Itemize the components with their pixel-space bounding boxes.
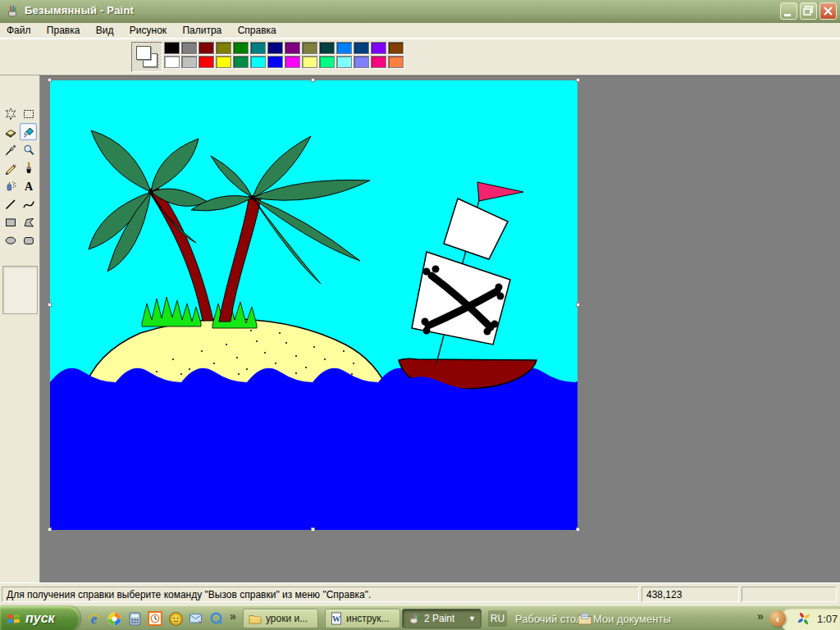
tool-rectangle[interactable]	[2, 213, 19, 231]
palette-color-cell[interactable]	[216, 42, 231, 54]
quick-launch-outlook-express[interactable]	[188, 610, 204, 627]
palette-color-cell[interactable]	[181, 56, 197, 68]
desktop-toolbar-label[interactable]: Рабочий стол	[515, 613, 582, 625]
palette-color-cell[interactable]	[354, 56, 369, 68]
tool-options-box[interactable]	[2, 266, 38, 314]
taskbar-button-folder[interactable]: уроки и...	[243, 609, 318, 628]
tool-fill[interactable]	[20, 123, 37, 140]
color-palette-grid	[164, 42, 404, 68]
taskbar-button-word[interactable]: W инструк...	[325, 609, 400, 628]
canvas-handle-top-center[interactable]	[311, 78, 315, 82]
canvas-handle-right-center[interactable]	[576, 303, 580, 307]
rectangle-icon	[4, 216, 17, 229]
svg-text:A: A	[24, 180, 33, 193]
tool-text[interactable]: A	[20, 177, 37, 194]
palette-color-cell[interactable]	[336, 42, 352, 54]
documents-toolbar-label[interactable]: Мои документы	[593, 613, 671, 625]
palette-color-cell[interactable]	[302, 56, 317, 68]
free-form-select-icon	[4, 107, 17, 121]
palette-color-cell[interactable]	[250, 56, 266, 68]
quick-launch-scheduler[interactable]	[147, 610, 163, 627]
canvas-handle-bottom-left[interactable]	[48, 527, 52, 532]
palette-color-cell[interactable]	[267, 42, 283, 54]
palette-color-cell[interactable]	[164, 42, 180, 54]
quick-launch-overflow-chevron[interactable]: »	[230, 609, 236, 623]
palette-color-cell[interactable]	[371, 56, 386, 68]
tool-pencil[interactable]	[2, 159, 19, 176]
palette-color-cell[interactable]	[302, 42, 317, 54]
ellipse-icon	[4, 234, 17, 247]
tray-color-swirl-icon[interactable]	[796, 610, 812, 627]
palette-color-cell[interactable]	[164, 56, 180, 68]
quick-launch-media-player[interactable]	[106, 610, 122, 627]
palette-color-cell[interactable]	[354, 42, 369, 54]
internet-explorer-icon: e	[86, 611, 102, 627]
palette-color-cell[interactable]	[388, 42, 404, 54]
tool-curve[interactable]	[20, 195, 37, 212]
tool-ellipse[interactable]	[2, 231, 19, 249]
tool-brush[interactable]	[20, 159, 37, 176]
menu-view[interactable]: Вид	[89, 23, 121, 38]
quick-launch-calculator[interactable]	[126, 610, 143, 627]
palette-color-cell[interactable]	[388, 56, 404, 68]
quick-launch-quicktime[interactable]	[208, 610, 225, 627]
tool-select[interactable]	[20, 105, 37, 122]
palette-color-cell[interactable]	[199, 56, 214, 68]
start-button[interactable]: пуск	[0, 606, 80, 630]
curve-icon	[22, 198, 35, 211]
palette-color-cell[interactable]	[319, 56, 335, 68]
fill-bucket-icon	[22, 126, 35, 139]
foreground-color-swatch[interactable]	[136, 46, 151, 60]
palette-color-cell[interactable]	[233, 42, 249, 54]
palette-color-cell[interactable]	[199, 42, 214, 54]
select-icon	[22, 107, 35, 121]
palette-color-cell[interactable]	[336, 56, 352, 68]
my-documents-icon	[577, 610, 593, 627]
window-titlebar: Безымянный - Paint	[0, 0, 840, 24]
palette-color-cell[interactable]	[285, 42, 300, 54]
menu-palette[interactable]: Палитра	[176, 23, 228, 38]
hide-tray-icons-button[interactable]: ‹	[769, 610, 786, 627]
palette-color-cell[interactable]	[181, 42, 197, 54]
tool-free-form-select[interactable]	[2, 105, 19, 122]
taskbar-button-label: инструк...	[346, 613, 390, 624]
group-dropdown-arrow[interactable]: ▼	[468, 614, 476, 623]
canvas-handle-bottom-right[interactable]	[576, 527, 580, 532]
drawing-canvas[interactable]	[50, 80, 578, 530]
quick-launch-internet-explorer[interactable]: e	[85, 610, 102, 627]
taskbar-button-paint-group[interactable]: 2 Paint ▼	[402, 609, 482, 628]
taskbar-overflow-chevron[interactable]: »	[757, 609, 764, 623]
language-indicator[interactable]: RU	[488, 610, 507, 627]
tool-color-picker[interactable]	[2, 141, 19, 158]
palette-color-cell[interactable]	[216, 56, 231, 68]
tool-rounded-rectangle[interactable]	[20, 231, 37, 249]
canvas-workspace	[39, 75, 840, 583]
minimize-button[interactable]	[780, 2, 797, 20]
restore-button[interactable]	[800, 2, 817, 20]
palette-color-cell[interactable]	[250, 42, 266, 54]
quick-launch-messenger[interactable]	[167, 610, 184, 627]
menu-image[interactable]: Рисунок	[123, 23, 173, 38]
palette-color-cell[interactable]	[233, 56, 249, 68]
brush-icon	[22, 162, 35, 175]
tool-airbrush[interactable]	[2, 177, 19, 194]
polygon-icon	[22, 216, 35, 229]
canvas-handle-top-right[interactable]	[576, 78, 580, 82]
palette-color-cell[interactable]	[267, 56, 283, 68]
tool-line[interactable]	[2, 195, 19, 212]
canvas-handle-left-center[interactable]	[48, 303, 52, 307]
palette-color-cell[interactable]	[285, 56, 300, 68]
menu-file[interactable]: Файл	[0, 23, 38, 38]
tool-polygon[interactable]	[20, 213, 37, 231]
taskbar-clock[interactable]: 1:07	[817, 613, 838, 625]
palette-color-cell[interactable]	[319, 42, 335, 54]
close-button[interactable]	[819, 2, 837, 20]
tool-magnifier[interactable]	[20, 141, 37, 158]
tool-eraser[interactable]	[2, 123, 19, 140]
canvas-handle-top-left[interactable]	[48, 78, 52, 82]
canvas-handle-bottom-center[interactable]	[311, 527, 315, 532]
paint-icon	[408, 613, 420, 625]
menu-help[interactable]: Справка	[231, 23, 283, 38]
palette-color-cell[interactable]	[371, 42, 386, 54]
menu-edit[interactable]: Правка	[40, 23, 87, 38]
